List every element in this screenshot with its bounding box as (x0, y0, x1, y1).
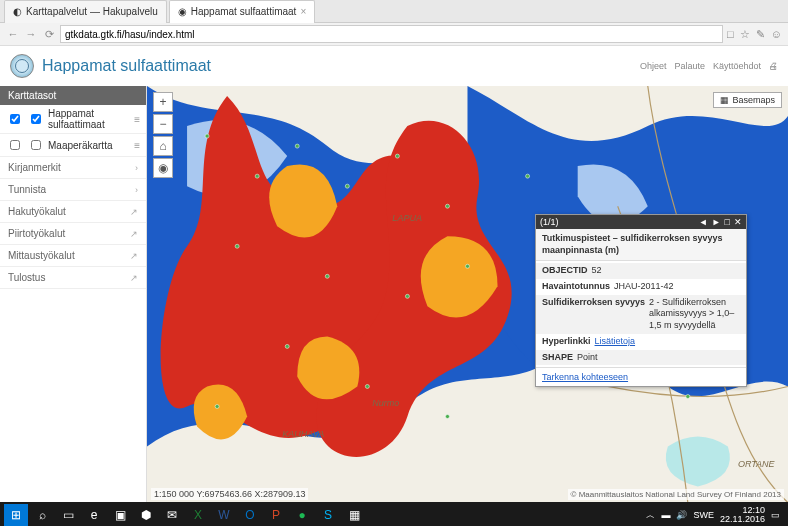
sidebar-item-identify[interactable]: Tunnista› (0, 179, 146, 201)
popout-icon: ↗ (130, 207, 138, 217)
zoom-out-button[interactable]: − (153, 114, 173, 134)
sidebar-item-search[interactable]: Hakutyökalut↗ (0, 201, 146, 223)
menu-icon[interactable]: ≡ (134, 114, 140, 125)
popup-row: HyperlinkkiLisätietoja (536, 334, 746, 350)
basemaps-button[interactable]: ▦ Basemaps (713, 92, 782, 108)
home-button[interactable]: ⌂ (153, 136, 173, 156)
reload-icon[interactable]: ⟳ (42, 27, 56, 41)
star-icon[interactable]: ☆ (740, 28, 750, 41)
svg-point-14 (445, 415, 449, 419)
map[interactable]: LAPUA Nurmo KAUHAVA ORTANE + − ⌂ ◉ ▦ Bas (147, 86, 788, 502)
sidebar-item-bookmarks[interactable]: Kirjanmerkit› (0, 157, 146, 179)
close-icon[interactable]: × (300, 6, 306, 17)
app-icon[interactable]: ▦ (342, 504, 366, 526)
popup-row: OBJECTID52 (536, 263, 746, 279)
url-input[interactable] (60, 25, 723, 43)
menu-icon[interactable]: ≡ (134, 140, 140, 151)
language-indicator[interactable]: SWE (693, 510, 714, 520)
layer-checkbox[interactable] (10, 114, 20, 124)
bookmark-icon[interactable]: □ (727, 28, 734, 41)
layer-visibility-checkbox[interactable] (31, 114, 41, 124)
svg-point-2 (255, 174, 259, 178)
tray-chevron-icon[interactable]: ︿ (646, 509, 655, 522)
print-icon[interactable]: 🖨 (769, 61, 778, 71)
network-icon[interactable]: ▬ (661, 510, 670, 520)
maximize-icon[interactable]: □ (725, 217, 730, 227)
popup-count: (1/1) (540, 217, 559, 227)
volume-icon[interactable]: 🔊 (676, 510, 687, 520)
tab-label: Karttapalvelut — Hakupalvelu (26, 6, 158, 17)
app-title: Happamat sulfaattimaat (42, 57, 211, 75)
address-bar: ← → ⟳ □ ☆ ✎ ☺ (0, 23, 788, 46)
link-feedback[interactable]: Palaute (674, 61, 705, 71)
layers-icon: ▦ (720, 95, 729, 105)
popup-feature-title: Tutkimuspisteet – sulfidikerroksen syvyy… (536, 229, 746, 261)
popout-icon: ↗ (130, 273, 138, 283)
header-links: Ohjeet Palaute Käyttöehdot 🖨 (640, 61, 778, 71)
sidebar-header: Karttatasot (0, 86, 146, 105)
sidebar-item-print[interactable]: Tulostus↗ (0, 267, 146, 289)
close-icon[interactable]: ✕ (734, 217, 742, 227)
locate-button[interactable]: ◉ (153, 158, 173, 178)
svg-point-7 (235, 244, 239, 248)
task-view-icon[interactable]: ▭ (56, 504, 80, 526)
svg-point-6 (445, 204, 449, 208)
place-label: ORTANE (738, 459, 776, 469)
tab-favicon: ◐ (13, 6, 22, 17)
explorer-icon[interactable]: ▣ (108, 504, 132, 526)
sidebar-item-draw[interactable]: Piirtotyökalut↗ (0, 223, 146, 245)
place-label: KAUHAVA (282, 429, 324, 439)
link-help[interactable]: Ohjeet (640, 61, 667, 71)
prev-icon[interactable]: ◄ (699, 217, 708, 227)
layer-row[interactable]: Maaperäkartta ≡ (0, 134, 146, 157)
popup-row: HavaintotunnusJHAU-2011-42 (536, 279, 746, 295)
next-icon[interactable]: ► (712, 217, 721, 227)
clock[interactable]: 12:10 22.11.2016 (720, 506, 765, 524)
zoom-to-feature-link[interactable]: Tarkenna kohteeseen (542, 372, 628, 382)
store-icon[interactable]: ⬢ (134, 504, 158, 526)
map-zoom-controls: + − ⌂ ◉ (153, 92, 173, 178)
map-attribution: © Maanmittauslaitos National Land Survey… (568, 489, 784, 500)
link-terms[interactable]: Käyttöehdot (713, 61, 761, 71)
svg-point-9 (405, 294, 409, 298)
zoom-in-button[interactable]: + (153, 92, 173, 112)
spotify-icon[interactable]: ● (290, 504, 314, 526)
search-icon[interactable]: ⌕ (30, 504, 54, 526)
place-label: Nurmo (372, 398, 399, 408)
popup-titlebar[interactable]: (1/1) ◄ ► □ ✕ (536, 215, 746, 229)
chevron-right-icon: › (135, 185, 138, 195)
forward-icon[interactable]: → (24, 27, 38, 41)
powerpoint-icon[interactable]: P (264, 504, 288, 526)
back-icon[interactable]: ← (6, 27, 20, 41)
svg-point-8 (325, 274, 329, 278)
word-icon[interactable]: W (212, 504, 236, 526)
tab-favicon: ◉ (178, 6, 187, 17)
browser-tab[interactable]: ◐ Karttapalvelut — Hakupalvelu (4, 0, 167, 23)
notifications-icon[interactable]: ▭ (771, 510, 780, 520)
svg-point-10 (465, 264, 469, 268)
layer-row[interactable]: Happamat sulfaattimaat ≡ (0, 105, 146, 134)
sidebar: Karttatasot Happamat sulfaattimaat ≡ Maa… (0, 86, 147, 502)
account-icon[interactable]: ☺ (771, 28, 782, 41)
skype-icon[interactable]: S (316, 504, 340, 526)
edge-icon[interactable]: e (82, 504, 106, 526)
svg-point-13 (215, 404, 219, 408)
svg-point-18 (686, 394, 690, 398)
note-icon[interactable]: ✎ (756, 28, 765, 41)
sidebar-item-measure[interactable]: Mittaustyökalut↗ (0, 245, 146, 267)
popup-row: Sulfidikerroksen syvyys2 - Sulfidikerrok… (536, 295, 746, 334)
system-tray[interactable]: ︿ ▬ 🔊 SWE 12:10 22.11.2016 ▭ (646, 506, 784, 524)
svg-point-15 (526, 174, 530, 178)
browser-tab[interactable]: ◉ Happamat sulfaattimaat × (169, 0, 315, 23)
mail-icon[interactable]: ✉ (160, 504, 184, 526)
start-button[interactable]: ⊞ (4, 504, 28, 526)
layer-visibility-checkbox[interactable] (31, 140, 41, 150)
outlook-icon[interactable]: O (238, 504, 262, 526)
excel-icon[interactable]: X (186, 504, 210, 526)
popout-icon: ↗ (130, 251, 138, 261)
popup-row: SHAPEPoint (536, 350, 746, 366)
hyperlink[interactable]: Lisätietoja (595, 336, 740, 348)
popout-icon: ↗ (130, 229, 138, 239)
layer-checkbox[interactable] (10, 140, 20, 150)
chevron-right-icon: › (135, 163, 138, 173)
